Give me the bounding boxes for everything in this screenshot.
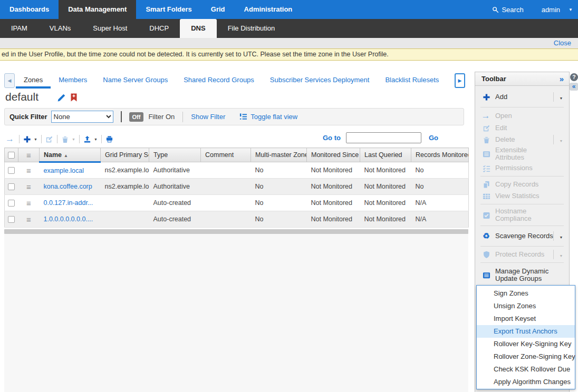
user-caret-icon[interactable]: ▼: [569, 7, 573, 12]
toggle-flat-view-link[interactable]: Toggle flat view: [251, 113, 297, 121]
tab-zones[interactable]: Zones: [16, 73, 51, 89]
toggle-flat-view-icon[interactable]: [239, 113, 247, 121]
column-header-type[interactable]: Type: [149, 148, 201, 162]
collapse-panel-icon[interactable]: «: [570, 83, 578, 91]
row-checkbox[interactable]: [5, 211, 18, 228]
copy-icon: [483, 181, 490, 189]
column-header-name[interactable]: Name▲: [40, 148, 101, 162]
subnav-dns[interactable]: DNS: [180, 19, 216, 38]
row-menu-icon[interactable]: ≡: [18, 162, 40, 179]
goto-button[interactable]: Go: [429, 134, 438, 142]
menu-item-rollover-ksk[interactable]: Rollover Key-Signing Key: [477, 338, 575, 350]
expand-toolbar-icon[interactable]: »: [560, 72, 564, 86]
quick-filter-select[interactable]: None: [51, 111, 113, 123]
delete-icon: [483, 136, 490, 144]
nav-smart-folders[interactable]: Smart Folders: [136, 0, 201, 19]
open-arrow-icon: →: [5, 134, 14, 144]
horizontal-scrollbar[interactable]: [4, 229, 468, 234]
bookmark-icon[interactable]: [71, 93, 77, 102]
column-header-multi-master[interactable]: Multi-master Zone: [251, 148, 307, 162]
toolbar-manage-dynamic-update-groups[interactable]: Manage Dynamic Update Groups: [475, 265, 569, 285]
table-row[interactable]: ≡ 1.0.0.0.0.0.0.0.... Auto-created No No…: [5, 211, 469, 228]
row-menu-icon[interactable]: ≡: [18, 195, 40, 211]
subnav-ipam[interactable]: IPAM: [0, 19, 38, 38]
toolbar-scavenge-records[interactable]: ♻ Scavenge Records ▼: [475, 228, 569, 244]
menu-item-sign-zones[interactable]: Sign Zones: [477, 287, 575, 300]
menu-item-check-ksk-rollover[interactable]: Check KSK Rollover Due: [477, 363, 575, 376]
notice-strip: Close: [0, 38, 578, 48]
user-menu[interactable]: admin: [542, 6, 560, 14]
search-icon: [492, 6, 499, 13]
grid-action-bar: → ▼ ▼ ▼: [5, 132, 113, 146]
plus-icon: [483, 93, 490, 101]
search-label: Search: [502, 6, 523, 14]
menu-item-export-trust-anchors[interactable]: Export Trust Anchors: [477, 325, 575, 338]
subnav-dhcp[interactable]: DHCP: [138, 19, 180, 38]
scavenge-caret-icon[interactable]: ▼: [560, 236, 563, 239]
column-header-records-monitored[interactable]: Records Monitored: [411, 148, 469, 162]
edit-title-pencil-icon[interactable]: [57, 93, 66, 102]
column-header-monitored-since[interactable]: Monitored Since: [307, 148, 360, 162]
nav-administration[interactable]: Administration: [235, 0, 302, 19]
menu-item-rollover-zsk[interactable]: Rollover Zone-Signing Key: [477, 350, 575, 363]
column-header-grid-primary[interactable]: Grid Primary Se...: [101, 148, 149, 162]
notice-close-link[interactable]: Close: [554, 39, 571, 47]
zones-table: ≡ Name▲ Grid Primary Se... Type Comment …: [4, 148, 469, 228]
menu-item-import-keyset[interactable]: Import Keyset: [477, 312, 575, 325]
add-icon[interactable]: [23, 135, 31, 143]
toolbar-hostname-compliance: Hostname Compliance: [475, 207, 569, 223]
tab-name-server-groups[interactable]: Name Server Groups: [95, 73, 176, 89]
column-menu-icon[interactable]: ≡: [18, 148, 40, 162]
row-checkbox[interactable]: [5, 162, 18, 179]
zone-link[interactable]: example.local: [44, 167, 84, 174]
filter-on-label: Filter On: [148, 113, 175, 121]
zone-link[interactable]: 1.0.0.0.0.0.0.0....: [44, 215, 93, 223]
zone-link[interactable]: kona.coffee.corp: [44, 183, 92, 190]
print-icon[interactable]: [105, 135, 113, 143]
nav-data-management[interactable]: Data Management: [59, 0, 136, 19]
menu-item-apply-algorithm-changes[interactable]: Apply Algorithm Changes: [477, 376, 575, 388]
nav-dashboards[interactable]: Dashboards: [0, 0, 59, 19]
table-row[interactable]: ≡ kona.coffee.corp ns2.example.lo... Aut…: [5, 179, 469, 195]
subnav-file-distribution[interactable]: File Distribution: [217, 19, 286, 38]
tab-members[interactable]: Members: [51, 73, 95, 89]
zone-link[interactable]: 0.0.127.in-addr...: [44, 199, 93, 207]
goto-input[interactable]: [346, 132, 421, 143]
subnav-super-host[interactable]: Super Host: [82, 19, 138, 38]
table-row[interactable]: ≡ example.local ns2.example.lo... Author…: [5, 162, 469, 179]
row-menu-icon[interactable]: ≡: [18, 179, 40, 195]
quick-filter-bar: Quick Filter None Off Filter On Show Fil…: [4, 108, 464, 125]
global-search[interactable]: Search: [492, 6, 523, 14]
table-empty-area: [4, 234, 468, 392]
select-all-checkbox[interactable]: [5, 148, 18, 162]
column-header-comment[interactable]: Comment: [201, 148, 251, 162]
row-checkbox[interactable]: [5, 179, 18, 195]
table-row[interactable]: ≡ 0.0.127.in-addr... Auto-created No Not…: [5, 195, 469, 211]
export-icon[interactable]: [83, 135, 91, 143]
tabs-scroll-right-button[interactable]: ▶: [455, 73, 465, 88]
export-caret-icon[interactable]: ▼: [94, 138, 98, 141]
shield-icon: [483, 251, 490, 259]
divider: [182, 112, 183, 122]
row-menu-icon[interactable]: ≡: [18, 211, 40, 228]
tab-shared-record-groups[interactable]: Shared Record Groups: [176, 73, 262, 89]
help-icon[interactable]: ?: [570, 73, 578, 81]
add-menu-caret-icon[interactable]: ▼: [560, 96, 563, 100]
delete-menu-caret-icon: ▼: [560, 139, 563, 143]
toolbar-extensible-attributes: Extensible Attributes: [475, 145, 569, 162]
filter-off-toggle[interactable]: Off: [129, 112, 144, 122]
recycle-icon: ♻: [483, 231, 489, 241]
tab-blacklist-rulesets[interactable]: Blacklist Rulesets: [377, 73, 447, 89]
app-window: Dashboards Data Management Smart Folders…: [0, 0, 578, 392]
menu-item-unsign-zones[interactable]: Unsign Zones: [477, 300, 575, 312]
add-caret-icon[interactable]: ▼: [34, 138, 37, 141]
tab-subscriber-services-deployment[interactable]: Subscriber Services Deployment: [262, 73, 378, 89]
column-header-last-queried[interactable]: Last Queried: [360, 148, 411, 162]
row-checkbox[interactable]: [5, 195, 18, 211]
tabs-scroll-left-button[interactable]: ◀: [4, 73, 15, 88]
nav-grid[interactable]: Grid: [201, 0, 235, 19]
tab-dns64-groups[interactable]: DNS64 Groups: [447, 73, 454, 89]
show-filter-link[interactable]: Show Filter: [191, 113, 225, 121]
toolbar-add[interactable]: Add ▼: [475, 89, 569, 105]
subnav-vlans[interactable]: VLANs: [38, 19, 82, 38]
